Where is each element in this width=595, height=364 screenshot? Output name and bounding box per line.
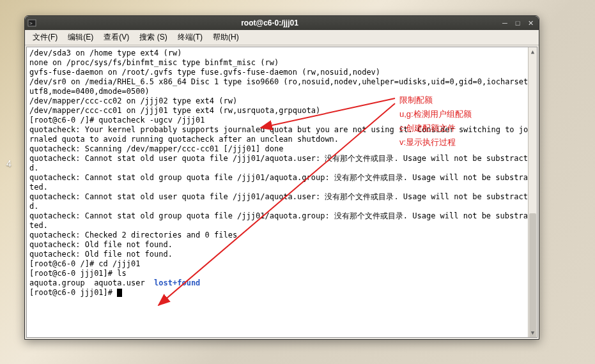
maximize-button[interactable]: □ [512,18,523,28]
terminal-line: /dev/sr0 on /media/RHEL_6.5 x86_64 Disc … [29,77,532,96]
terminal-line: gvfs-fuse-daemon on /root/.gvfs type fus… [29,68,380,77]
terminal-line: none on /proc/sys/fs/binfmt_misc type bi… [29,58,279,67]
terminal-line: quotacheck: Cannot stat old group quota … [29,211,532,230]
terminal-line: /dev/mapper/ccc-cc02 on /jjj02 type ext4… [29,96,237,105]
terminal-line: quotacheck: Cannot stat old group quota … [29,173,532,192]
scrollbar[interactable]: ▲ ▼ [528,47,537,337]
terminal-line: [root@c6-0 jjj01]# ls [29,269,127,278]
menu-help[interactable]: 帮助(H) [208,31,244,44]
terminal-line: /dev/sda3 on /home type ext4 (rw) [29,49,182,57]
annotation-v: v:显示执行过程 [399,137,456,148]
terminal-window: > root@c6-0:/jjj01 ─ □ ✕ 文件(F) 编辑(E) 查看(… [24,15,539,340]
scroll-up-icon[interactable]: ▲ [529,47,537,56]
terminal-line: quotacheck: Scanning /dev/mapper/ccc-cc0… [29,144,283,153]
menu-view[interactable]: 查看(V) [98,31,134,44]
terminal-line: quotacheck: Cannot stat old user quota f… [29,154,532,172]
minimize-button[interactable]: ─ [499,18,511,28]
terminal-line: quotacheck: Your kernel probably support… [29,125,532,144]
terminal-icon: > [27,19,36,27]
scroll-thumb[interactable] [529,213,536,338]
menubar: 文件(F) 编辑(E) 查看(V) 搜索 (S) 终端(T) 帮助(H) [25,30,539,45]
terminal-line: quotacheck: Cannot stat old user quota f… [29,192,532,211]
scroll-down-icon[interactable]: ▼ [529,328,537,337]
annotation-c: c:创建配额文件 [399,123,456,134]
terminal-line: quotacheck: Old file not found. [29,250,173,259]
terminal-line: quotacheck: Checked 2 directories and 0 … [29,231,237,239]
window-title: root@c6-0:/jjj01 [42,19,498,27]
menu-terminal[interactable]: 终端(T) [173,31,208,44]
svg-text:>: > [29,20,33,26]
menu-search[interactable]: 搜索 (S) [134,31,172,44]
close-button[interactable]: ✕ [525,18,536,28]
cursor [117,289,122,297]
prompt: [root@c6-0 jjj01]# [29,288,117,297]
terminal-line: /dev/mapper/ccc-cc01 on /jjj01 type ext4… [29,106,320,115]
annotation-limit: 限制配额 [399,95,433,106]
annotation-ug: u,g:检测用户组配额 [399,109,472,120]
terminal-line: [root@c6-0 /]# cd /jjj01 [29,259,140,268]
ls-plain: aquota.group aquota.user [29,278,154,287]
terminal-line: quotacheck: Old file not found. [29,240,173,249]
ls-dir: lost+found [154,278,200,287]
menu-edit[interactable]: 编辑(E) [63,31,98,44]
desktop-indicator: 4 [6,158,12,169]
terminal-line: [root@c6-0 /]# quotacheck -ugcv /jjj01 [29,116,205,125]
terminal-output[interactable]: /dev/sda3 on /home type ext4 (rw) none o… [26,47,537,338]
titlebar[interactable]: > root@c6-0:/jjj01 ─ □ ✕ [25,16,539,30]
menu-file[interactable]: 文件(F) [27,31,63,44]
